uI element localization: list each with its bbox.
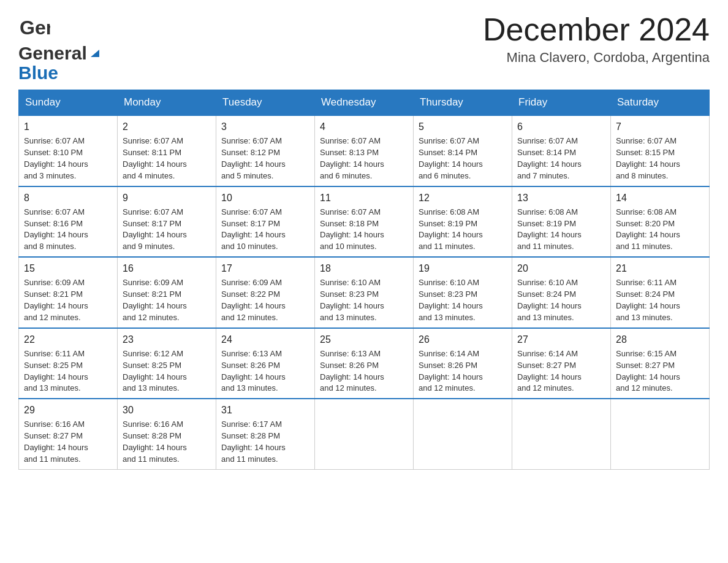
calendar-day-cell: 15Sunrise: 6:09 AMSunset: 8:21 PMDayligh… bbox=[19, 257, 118, 328]
day-number: 20 bbox=[517, 261, 605, 275]
day-info: Sunrise: 6:07 AMSunset: 8:11 PMDaylight:… bbox=[123, 136, 187, 180]
day-number: 4 bbox=[320, 120, 408, 134]
day-header-thursday: Thursday bbox=[414, 90, 512, 116]
month-title: December 2024 bbox=[483, 12, 710, 47]
day-number: 6 bbox=[517, 120, 605, 134]
day-number: 15 bbox=[24, 261, 112, 275]
day-info: Sunrise: 6:10 AMSunset: 8:23 PMDaylight:… bbox=[320, 278, 384, 322]
day-info: Sunrise: 6:16 AMSunset: 8:27 PMDaylight:… bbox=[24, 419, 88, 464]
location-subtitle: Mina Clavero, Cordoba, Argentina bbox=[483, 50, 710, 66]
calendar-day-cell: 17Sunrise: 6:09 AMSunset: 8:22 PMDayligh… bbox=[216, 257, 315, 328]
day-number: 23 bbox=[123, 332, 211, 347]
svg-text:General: General bbox=[20, 17, 50, 39]
calendar-day-cell: 5Sunrise: 6:07 AMSunset: 8:14 PMDaylight… bbox=[414, 115, 512, 186]
day-header-saturday: Saturday bbox=[611, 90, 710, 116]
calendar-day-cell: 18Sunrise: 6:10 AMSunset: 8:23 PMDayligh… bbox=[315, 257, 414, 328]
day-info: Sunrise: 6:09 AMSunset: 8:21 PMDaylight:… bbox=[24, 278, 88, 322]
calendar-day-cell: 29Sunrise: 6:16 AMSunset: 8:27 PMDayligh… bbox=[19, 399, 118, 469]
calendar-week-row: 22Sunrise: 6:11 AMSunset: 8:25 PMDayligh… bbox=[19, 328, 710, 399]
day-number: 16 bbox=[123, 261, 211, 275]
day-header-wednesday: Wednesday bbox=[315, 90, 414, 116]
calendar-day-cell: 11Sunrise: 6:07 AMSunset: 8:18 PMDayligh… bbox=[315, 186, 414, 258]
day-info: Sunrise: 6:11 AMSunset: 8:25 PMDaylight:… bbox=[24, 349, 88, 393]
day-info: Sunrise: 6:07 AMSunset: 8:10 PMDaylight:… bbox=[24, 136, 88, 180]
calendar-day-cell: 12Sunrise: 6:08 AMSunset: 8:19 PMDayligh… bbox=[414, 186, 512, 258]
calendar-day-cell: 27Sunrise: 6:14 AMSunset: 8:27 PMDayligh… bbox=[512, 328, 611, 399]
logo-icon: General bbox=[18, 12, 50, 44]
calendar-day-cell: 14Sunrise: 6:08 AMSunset: 8:20 PMDayligh… bbox=[611, 186, 710, 258]
day-info: Sunrise: 6:10 AMSunset: 8:24 PMDaylight:… bbox=[517, 278, 582, 322]
calendar-day-cell: 10Sunrise: 6:07 AMSunset: 8:17 PMDayligh… bbox=[216, 186, 315, 258]
day-info: Sunrise: 6:14 AMSunset: 8:26 PMDaylight:… bbox=[419, 349, 483, 393]
day-info: Sunrise: 6:07 AMSunset: 8:17 PMDaylight:… bbox=[123, 207, 187, 251]
calendar-week-row: 15Sunrise: 6:09 AMSunset: 8:21 PMDayligh… bbox=[19, 257, 710, 328]
calendar-day-cell: 23Sunrise: 6:12 AMSunset: 8:25 PMDayligh… bbox=[118, 328, 216, 399]
day-info: Sunrise: 6:16 AMSunset: 8:28 PMDaylight:… bbox=[123, 419, 187, 464]
calendar-day-cell: 30Sunrise: 6:16 AMSunset: 8:28 PMDayligh… bbox=[118, 399, 216, 469]
day-number: 27 bbox=[517, 332, 605, 347]
day-number: 12 bbox=[419, 191, 507, 205]
calendar-week-row: 8Sunrise: 6:07 AMSunset: 8:16 PMDaylight… bbox=[19, 186, 710, 258]
day-info: Sunrise: 6:15 AMSunset: 8:27 PMDaylight:… bbox=[616, 349, 680, 393]
day-number: 3 bbox=[221, 120, 309, 134]
calendar-day-cell: 8Sunrise: 6:07 AMSunset: 8:16 PMDaylight… bbox=[19, 186, 118, 258]
calendar-day-cell: 28Sunrise: 6:15 AMSunset: 8:27 PMDayligh… bbox=[611, 328, 710, 399]
day-header-sunday: Sunday bbox=[19, 90, 118, 116]
day-info: Sunrise: 6:07 AMSunset: 8:14 PMDaylight:… bbox=[419, 136, 483, 180]
day-number: 22 bbox=[24, 332, 112, 347]
calendar-day-cell: 31Sunrise: 6:17 AMSunset: 8:28 PMDayligh… bbox=[216, 399, 315, 469]
svg-marker-1 bbox=[91, 50, 99, 57]
day-info: Sunrise: 6:17 AMSunset: 8:28 PMDaylight:… bbox=[221, 419, 286, 464]
calendar-day-cell: 7Sunrise: 6:07 AMSunset: 8:15 PMDaylight… bbox=[611, 115, 710, 186]
day-info: Sunrise: 6:07 AMSunset: 8:13 PMDaylight:… bbox=[320, 136, 384, 180]
calendar-empty-cell bbox=[315, 399, 414, 469]
day-header-friday: Friday bbox=[512, 90, 611, 116]
calendar-day-cell: 1Sunrise: 6:07 AMSunset: 8:10 PMDaylight… bbox=[19, 115, 118, 186]
day-number: 28 bbox=[616, 332, 704, 347]
day-info: Sunrise: 6:07 AMSunset: 8:17 PMDaylight:… bbox=[221, 207, 286, 251]
calendar-empty-cell bbox=[512, 399, 611, 469]
calendar-day-cell: 2Sunrise: 6:07 AMSunset: 8:11 PMDaylight… bbox=[118, 115, 216, 186]
day-number: 18 bbox=[320, 261, 408, 275]
day-number: 17 bbox=[221, 261, 309, 275]
day-header-tuesday: Tuesday bbox=[216, 90, 315, 116]
calendar-day-cell: 13Sunrise: 6:08 AMSunset: 8:19 PMDayligh… bbox=[512, 186, 611, 258]
day-info: Sunrise: 6:08 AMSunset: 8:20 PMDaylight:… bbox=[616, 207, 680, 251]
logo-triangle-icon bbox=[88, 46, 102, 59]
day-info: Sunrise: 6:12 AMSunset: 8:25 PMDaylight:… bbox=[123, 349, 187, 393]
day-info: Sunrise: 6:07 AMSunset: 8:14 PMDaylight:… bbox=[517, 136, 582, 180]
calendar-week-row: 29Sunrise: 6:16 AMSunset: 8:27 PMDayligh… bbox=[19, 399, 710, 469]
calendar-day-cell: 20Sunrise: 6:10 AMSunset: 8:24 PMDayligh… bbox=[512, 257, 611, 328]
page-header: General General Blue December 2024 Mina … bbox=[18, 12, 710, 83]
day-number: 1 bbox=[24, 120, 112, 134]
day-number: 10 bbox=[221, 191, 309, 205]
calendar-day-cell: 16Sunrise: 6:09 AMSunset: 8:21 PMDayligh… bbox=[118, 257, 216, 328]
day-info: Sunrise: 6:09 AMSunset: 8:21 PMDaylight:… bbox=[123, 278, 187, 322]
day-number: 14 bbox=[616, 191, 704, 205]
day-number: 21 bbox=[616, 261, 704, 275]
day-info: Sunrise: 6:10 AMSunset: 8:23 PMDaylight:… bbox=[419, 278, 483, 322]
day-info: Sunrise: 6:09 AMSunset: 8:22 PMDaylight:… bbox=[221, 278, 286, 322]
calendar-day-cell: 3Sunrise: 6:07 AMSunset: 8:12 PMDaylight… bbox=[216, 115, 315, 186]
day-number: 31 bbox=[221, 403, 309, 417]
day-number: 2 bbox=[123, 120, 211, 134]
day-info: Sunrise: 6:07 AMSunset: 8:15 PMDaylight:… bbox=[616, 136, 680, 180]
day-number: 19 bbox=[419, 261, 507, 275]
day-info: Sunrise: 6:11 AMSunset: 8:24 PMDaylight:… bbox=[616, 278, 680, 322]
day-info: Sunrise: 6:08 AMSunset: 8:19 PMDaylight:… bbox=[419, 207, 483, 251]
day-info: Sunrise: 6:14 AMSunset: 8:27 PMDaylight:… bbox=[517, 349, 582, 393]
calendar-day-cell: 4Sunrise: 6:07 AMSunset: 8:13 PMDaylight… bbox=[315, 115, 414, 186]
day-number: 8 bbox=[24, 191, 112, 205]
calendar-day-cell: 21Sunrise: 6:11 AMSunset: 8:24 PMDayligh… bbox=[611, 257, 710, 328]
calendar-day-cell: 19Sunrise: 6:10 AMSunset: 8:23 PMDayligh… bbox=[414, 257, 512, 328]
title-area: December 2024 Mina Clavero, Cordoba, Arg… bbox=[483, 12, 710, 66]
calendar-table: SundayMondayTuesdayWednesdayThursdayFrid… bbox=[18, 90, 710, 470]
calendar-empty-cell bbox=[611, 399, 710, 469]
calendar-day-cell: 26Sunrise: 6:14 AMSunset: 8:26 PMDayligh… bbox=[414, 328, 512, 399]
day-number: 30 bbox=[123, 403, 211, 417]
calendar-empty-cell bbox=[414, 399, 512, 469]
day-number: 29 bbox=[24, 403, 112, 417]
calendar-day-cell: 25Sunrise: 6:13 AMSunset: 8:26 PMDayligh… bbox=[315, 328, 414, 399]
day-number: 5 bbox=[419, 120, 507, 134]
calendar-week-row: 1Sunrise: 6:07 AMSunset: 8:10 PMDaylight… bbox=[19, 115, 710, 186]
